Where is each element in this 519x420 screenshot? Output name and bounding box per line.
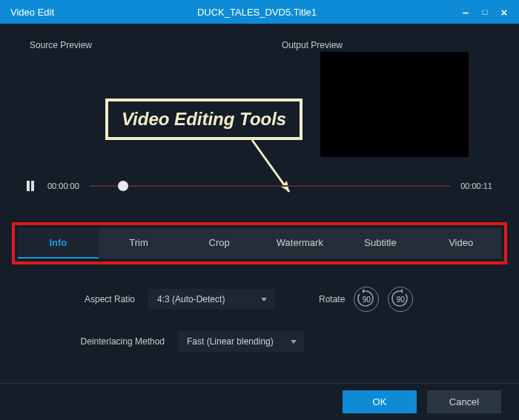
callout-box: Video Editing Tools bbox=[105, 99, 303, 140]
deinterlace-label: Deinterlacing Method bbox=[59, 336, 178, 347]
rotate-cw-button[interactable]: 90 bbox=[388, 287, 413, 312]
arrow-icon bbox=[248, 136, 300, 203]
preview-area: Video Editing Tools bbox=[0, 56, 519, 175]
playback-thumb[interactable] bbox=[118, 181, 128, 191]
maximize-icon[interactable]: □ bbox=[479, 6, 491, 18]
ok-button[interactable]: OK bbox=[343, 390, 417, 413]
footer: OK Cancel bbox=[0, 383, 519, 420]
cancel-button[interactable]: Cancel bbox=[427, 390, 501, 413]
tab-video[interactable]: Video bbox=[420, 228, 501, 259]
playback-track[interactable] bbox=[90, 185, 450, 187]
svg-marker-3 bbox=[400, 289, 403, 293]
tabs: Info Trim Crop Watermark Subtitle Video bbox=[18, 228, 501, 259]
tab-info[interactable]: Info bbox=[18, 228, 99, 259]
tab-subtitle[interactable]: Subtitle bbox=[340, 228, 421, 259]
rotate-label: Rotate bbox=[319, 294, 345, 304]
filename-label: DUCK_TALES_DVD5.Title1 bbox=[54, 7, 460, 18]
aspect-ratio-select[interactable]: 4:3 (Auto-Detect) bbox=[148, 289, 274, 310]
titlebar: Video Edit DUCK_TALES_DVD5.Title1 – □ × bbox=[0, 0, 519, 24]
info-settings-panel: Aspect Ratio 4:3 (Auto-Detect) Rotate 90 bbox=[0, 279, 519, 352]
svg-marker-2 bbox=[363, 289, 366, 293]
aspect-ratio-label: Aspect Ratio bbox=[59, 294, 148, 304]
rotate-controls: Rotate 90 90 bbox=[319, 287, 413, 312]
tab-watermark[interactable]: Watermark bbox=[260, 228, 340, 259]
video-edit-window: Video Edit DUCK_TALES_DVD5.Title1 – □ × … bbox=[0, 0, 519, 420]
playback-time-end: 00:00:11 bbox=[460, 181, 492, 190]
deinterlace-select[interactable]: Fast (Linear blending) bbox=[178, 331, 304, 352]
tabs-highlight-box: Info Trim Crop Watermark Subtitle Video bbox=[12, 222, 507, 264]
tab-trim[interactable]: Trim bbox=[99, 228, 179, 259]
deinterlace-row: Deinterlacing Method Fast (Linear blendi… bbox=[59, 331, 460, 352]
minimize-icon[interactable]: – bbox=[460, 6, 472, 18]
source-preview-label: Source Preview bbox=[30, 40, 282, 50]
close-icon[interactable]: × bbox=[498, 6, 510, 18]
aspect-ratio-row: Aspect Ratio 4:3 (Auto-Detect) Rotate 90 bbox=[59, 287, 460, 312]
window-controls: – □ × bbox=[460, 6, 519, 18]
tab-crop[interactable]: Crop bbox=[179, 228, 260, 259]
window-title: Video Edit bbox=[0, 7, 54, 18]
output-preview-label: Output Preview bbox=[282, 40, 489, 50]
pause-icon[interactable] bbox=[27, 181, 40, 191]
callout-text: Video Editing Tools bbox=[122, 109, 286, 129]
rotate-ccw-button[interactable]: 90 bbox=[354, 287, 379, 312]
rotate-ccw-value: 90 bbox=[363, 296, 371, 304]
output-preview-viewport bbox=[320, 52, 469, 157]
rotate-cw-value: 90 bbox=[397, 296, 405, 304]
playback-time-start: 00:00:00 bbox=[47, 181, 79, 190]
